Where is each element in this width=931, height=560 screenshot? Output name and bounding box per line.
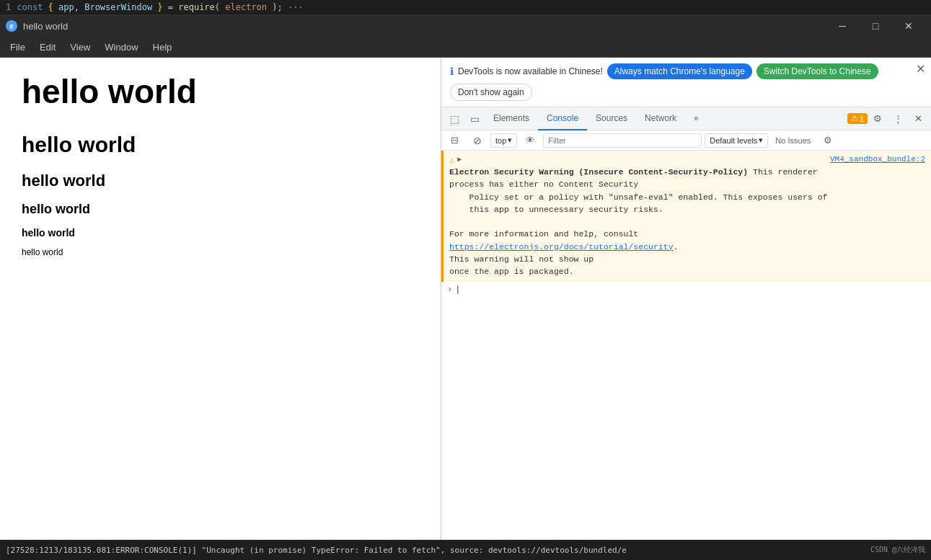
menu-file[interactable]: File: [3, 39, 32, 55]
left-pane: hello world hello world hello world hell…: [0, 58, 441, 554]
minimize-button[interactable]: ─: [826, 14, 859, 37]
menu-view[interactable]: View: [63, 39, 97, 55]
devtools-tabs-toolbar: ⬚ ▭ Elements Console Sources Network » ⚠…: [441, 107, 931, 130]
heading-2: hello world: [22, 133, 419, 157]
devtools-more-icon[interactable]: ⋮: [888, 109, 908, 129]
warning-count: 1: [860, 115, 864, 123]
console-cursor: |: [455, 285, 460, 295]
log-level-selector[interactable]: Default levels ▾: [705, 133, 768, 148]
console-settings-icon[interactable]: ⚙: [818, 130, 838, 151]
device-toolbar-icon[interactable]: ▭: [464, 109, 485, 129]
heading-6: hello world: [22, 247, 419, 257]
log-level-dropdown-icon: ▾: [759, 135, 763, 145]
security-docs-link[interactable]: https://electronjs.org/docs/tutorial/sec…: [449, 242, 674, 252]
inspect-icon[interactable]: ⬚: [444, 109, 464, 129]
tab-elements[interactable]: Elements: [485, 107, 538, 130]
context-selector[interactable]: top ▾: [490, 133, 517, 148]
console-warn-icon: ⚠: [449, 155, 454, 166]
warning-icon: ⚠: [851, 114, 858, 123]
console-input-line[interactable]: › |: [441, 282, 931, 298]
code-line-number: 1: [6, 2, 11, 12]
main-area: hello world hello world hello world hell…: [0, 58, 931, 554]
menu-edit[interactable]: Edit: [32, 39, 63, 55]
heading-5: hello world: [22, 227, 419, 239]
console-source-link[interactable]: VM4_sandbox_bundle:2: [830, 155, 925, 164]
menu-help[interactable]: Help: [146, 39, 180, 55]
console-filter-input[interactable]: [543, 133, 702, 148]
match-language-button[interactable]: Always match Chrome's language: [607, 63, 752, 79]
log-level-label: Default levels: [710, 136, 757, 145]
tab-more[interactable]: »: [685, 107, 707, 130]
console-toolbar: ⊟ ⊘ top ▾ 👁 Default levels ▾ No Issues ⚙: [441, 130, 931, 151]
context-dropdown-icon: ▾: [508, 135, 512, 145]
console-warning-entry: ⚠ ▶ VM4_sandbox_bundle:2 Electron Securi…: [441, 151, 931, 282]
heading-4: hello world: [22, 202, 419, 217]
code-strip: 1 const { app , BrowserWindow } = requir…: [0, 0, 931, 14]
menu-bar: File Edit View Window Help: [0, 37, 931, 58]
clear-console-icon[interactable]: ⊘: [467, 130, 487, 151]
close-button[interactable]: ✕: [892, 14, 925, 37]
heading-3: hello world: [22, 172, 419, 190]
heading-1: hello world: [22, 72, 419, 111]
menu-window[interactable]: Window: [97, 39, 145, 55]
title-bar: e hello world ─ □ ✕: [0, 14, 931, 37]
tab-network[interactable]: Network: [636, 107, 685, 130]
app-icon: e: [6, 20, 17, 32]
console-chevron-icon: ›: [447, 285, 452, 295]
watermark: CSDN @六经淬我: [870, 545, 925, 555]
devtools-close-icon[interactable]: ✕: [908, 109, 928, 129]
devtools-panel: ℹ DevTools is now available in Chinese! …: [441, 58, 931, 554]
tab-sources[interactable]: Sources: [587, 107, 636, 130]
status-error-text: [27528:1213/183135.081:ERROR:CONSOLE(1)]…: [6, 546, 870, 555]
info-icon: ℹ: [450, 66, 454, 77]
tab-console[interactable]: Console: [538, 107, 587, 130]
sidebar-toggle-icon[interactable]: ⊟: [444, 130, 464, 151]
console-content[interactable]: ⚠ ▶ VM4_sandbox_bundle:2 Electron Securi…: [441, 151, 931, 554]
window-controls: ─ □ ✕: [826, 14, 925, 37]
context-label: top: [495, 136, 506, 145]
notification-text: DevTools is now available in Chinese!: [458, 66, 603, 76]
devtools-notification: ℹ DevTools is now available in Chinese! …: [441, 58, 931, 107]
status-bar: [27528:1213/183135.081:ERROR:CONSOLE(1)]…: [0, 540, 931, 560]
switch-chinese-button[interactable]: Switch DevTools to Chinese: [756, 63, 878, 79]
devtools-settings-icon[interactable]: ⚙: [868, 109, 888, 129]
maximize-button[interactable]: □: [859, 14, 892, 37]
console-warning-text: Electron Security Warning (Insecure Cont…: [449, 166, 925, 277]
warning-badge[interactable]: ⚠ 1: [847, 113, 868, 124]
notification-close-icon[interactable]: ✕: [916, 62, 925, 76]
no-issues-label: No Issues: [771, 136, 815, 145]
console-expand-icon[interactable]: ▶: [457, 155, 462, 164]
live-expressions-icon[interactable]: 👁: [520, 130, 540, 151]
window-title: hello world: [23, 21, 826, 32]
dont-show-button[interactable]: Don't show again: [450, 84, 532, 101]
